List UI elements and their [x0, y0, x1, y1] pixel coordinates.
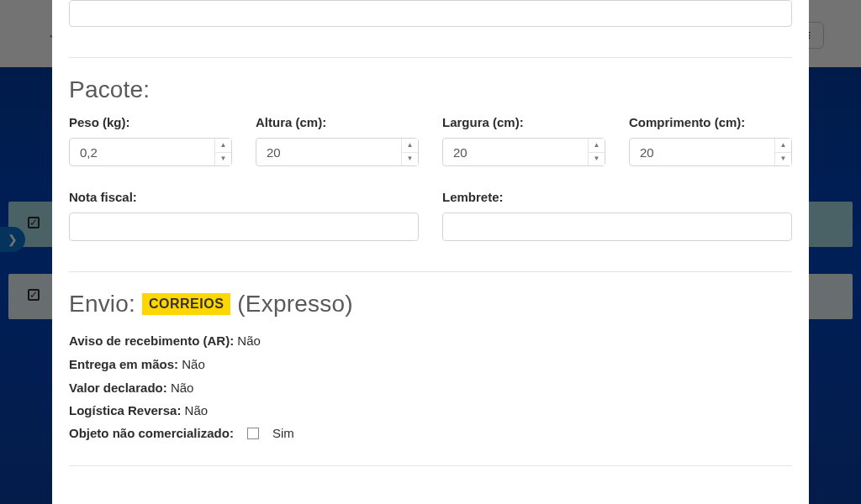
weight-input[interactable]: [69, 138, 232, 166]
height-label: Altura (cm):: [256, 115, 419, 129]
weight-step-down-button[interactable]: ▼: [215, 153, 231, 166]
ar-value: Não: [237, 333, 261, 348]
invoice-input[interactable]: [69, 213, 419, 241]
reminder-input[interactable]: [442, 213, 792, 241]
height-step-up-button[interactable]: ▲: [402, 139, 418, 153]
carrier-badge: CORREIOS: [142, 293, 230, 315]
declared-value: Não: [171, 381, 194, 395]
invoice-label: Nota fiscal:: [69, 190, 419, 204]
divider: [69, 57, 792, 58]
generic-text-input[interactable]: [69, 0, 792, 27]
length-step-down-button[interactable]: ▼: [775, 153, 791, 166]
reverse-value: Não: [185, 403, 209, 417]
weight-label: Peso (kg):: [69, 115, 232, 129]
width-step-down-button[interactable]: ▼: [589, 153, 605, 166]
reverse-label: Logística Reversa:: [69, 403, 181, 417]
width-input[interactable]: [442, 138, 605, 166]
height-input[interactable]: [256, 138, 419, 166]
length-label: Comprimento (cm):: [629, 115, 792, 129]
length-step-up-button[interactable]: ▲: [775, 139, 791, 153]
noncommercial-checkbox-label: Sim: [272, 426, 294, 440]
divider: [69, 271, 792, 272]
section-title-package: Pacote:: [69, 76, 792, 103]
shipping-suffix: (Expresso): [237, 291, 352, 317]
width-step-up-button[interactable]: ▲: [589, 139, 605, 153]
shipment-edit-modal: Pacote: Peso (kg): ▲ ▼ Altura (cm): ▲ ▼: [52, 0, 809, 504]
reminder-label: Lembrete:: [442, 190, 792, 204]
noncommercial-checkbox[interactable]: [247, 428, 259, 439]
hands-value: Não: [182, 357, 205, 371]
height-step-down-button[interactable]: ▼: [402, 153, 418, 166]
length-input[interactable]: [629, 138, 792, 166]
ar-label: Aviso de recebimento (AR):: [69, 333, 234, 348]
section-title-shipping: Envio: CORREIOS (Expresso): [69, 291, 792, 318]
declared-label: Valor declarado:: [69, 381, 167, 395]
noncommercial-label: Objeto não comercializado:: [69, 426, 234, 440]
width-label: Largura (cm):: [442, 115, 605, 129]
shipping-prefix: Envio:: [69, 291, 142, 317]
hands-label: Entrega em mãos:: [69, 357, 178, 371]
divider: [69, 465, 792, 466]
weight-step-up-button[interactable]: ▲: [215, 139, 231, 153]
